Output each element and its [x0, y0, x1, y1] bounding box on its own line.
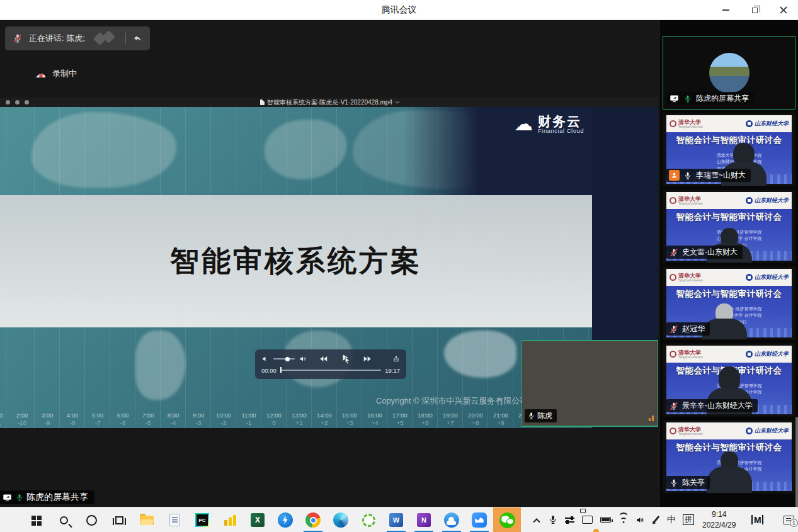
power-bi-icon[interactable]: [216, 507, 244, 532]
presenter-camera-tile[interactable]: 陈虎: [522, 340, 658, 427]
participant-label: 李瑞雪~山财大: [666, 169, 751, 182]
tray-ink-pen-icon[interactable]: [648, 507, 663, 532]
timezone-cell: 5:00 -7: [85, 412, 110, 426]
sdufe-logo-icon: [746, 120, 753, 127]
taskbar-clock[interactable]: 9:14 2022/4/29: [697, 507, 741, 532]
tray-battery-icon[interactable]: [596, 507, 615, 532]
meeting-canvas: 正在讲话: 陈虎; ☁ 录制中 智能审核系统方案-陈虎总-V1-20220428…: [0, 20, 660, 507]
seek-bar[interactable]: [280, 370, 381, 371]
volume-high-icon[interactable]: [299, 355, 307, 363]
close-button[interactable]: [769, 0, 798, 20]
timezone-cell: 8:00 -4: [161, 412, 186, 426]
sidebar-scrollbar[interactable]: [795, 417, 798, 508]
search-button[interactable]: [50, 507, 77, 532]
timezone-cell: 14:00 +2: [312, 412, 337, 426]
mic-icon: [683, 94, 693, 104]
brand-name-en: Financial Cloud: [538, 128, 584, 134]
timezone-cell: 6:00 -6: [110, 412, 135, 426]
edge-icon[interactable]: [327, 507, 355, 532]
onenote-icon[interactable]: [410, 507, 438, 532]
cloud-browser-icon[interactable]: [438, 507, 465, 532]
timezone-cell: 16:00 +4: [362, 412, 387, 426]
window-title: 腾讯会议: [382, 4, 417, 16]
mic-icon: [683, 171, 693, 181]
mic-icon: [669, 478, 679, 488]
shared-screen: 智能审核系统方案-陈虎总-V1-20220428.mp4 智能审核系统方案: [0, 98, 658, 428]
word-icon[interactable]: [382, 507, 410, 532]
tray-mic-icon[interactable]: [545, 507, 561, 532]
minimize-button[interactable]: [711, 0, 740, 20]
sdufe-logo-icon: [746, 427, 753, 434]
participant-tile[interactable]: 清华大学 Tsinghua University 山东财经大学 智能会计与智能审…: [663, 36, 795, 110]
start-button[interactable]: [22, 507, 50, 532]
mic-icon: [669, 401, 679, 411]
excel-icon[interactable]: [244, 507, 271, 532]
timezone-cell: 13:00 +1: [287, 412, 312, 426]
notepad-icon[interactable]: [161, 507, 188, 532]
mouse-cursor-icon: [343, 356, 351, 365]
taskbar-apps: [22, 507, 521, 532]
pycharm-icon[interactable]: [188, 507, 216, 532]
volume-slider[interactable]: [273, 358, 295, 359]
video-player-controls[interactable]: 00:00 19:17: [255, 349, 406, 379]
restore-icon: [752, 8, 758, 13]
speaking-status-pill[interactable]: 正在讲话: 陈虎;: [5, 26, 150, 50]
sdufe-logo-icon: [746, 351, 753, 358]
participant-name: 陈关亭: [682, 477, 705, 488]
screen-share-banner[interactable]: 陈虎的屏幕共享: [0, 490, 94, 504]
task-view-button[interactable]: [105, 507, 133, 532]
restore-button[interactable]: [740, 0, 769, 20]
duration: 19:17: [385, 367, 400, 374]
tray-cast-icon[interactable]: [578, 507, 596, 532]
presenter-label: 陈虎: [525, 409, 557, 422]
tray-mixer-icon[interactable]: [561, 507, 578, 532]
window-titlebar[interactable]: 腾讯会议: [0, 0, 798, 20]
chrome-icon[interactable]: [299, 507, 327, 532]
tray-expand-button[interactable]: [528, 507, 545, 532]
meeting-watermark-icon: [91, 31, 119, 45]
wechat-icon[interactable]: [493, 507, 521, 532]
reply-arrow-icon[interactable]: [132, 33, 142, 43]
rewind-button[interactable]: [319, 354, 328, 363]
ime-language-button[interactable]: 中: [663, 507, 680, 532]
tray-wifi-icon[interactable]: [615, 507, 632, 532]
member-badge-icon: [669, 170, 680, 181]
timezone-cell: 11:00 -1: [236, 412, 261, 426]
presentation-slide: 智能审核系统方案 ☁ 财务云 Financial Cloud: [0, 107, 658, 428]
participant-tile[interactable]: 清华大学 Tsinghua University 山东财经大学 智能会计与智能审…: [663, 343, 795, 417]
ime-pinyin-button[interactable]: 拼: [680, 507, 697, 532]
participant-tile[interactable]: 清华大学 Tsinghua University 山东财经大学 智能会计与智能审…: [663, 190, 795, 263]
tencent-meeting-icon[interactable]: [465, 507, 493, 532]
tsinghua-logo-icon: [670, 197, 676, 204]
file-explorer-icon[interactable]: [133, 507, 161, 532]
recording-indicator[interactable]: ☁ 录制中: [35, 68, 77, 79]
sdufe-logo-icon: [746, 274, 753, 281]
notification-center-button[interactable]: 1: [773, 507, 798, 532]
participant-tile[interactable]: 清华大学 Tsinghua University 山东财经大学 智能会计与智能审…: [663, 420, 795, 494]
avatar: [709, 53, 750, 93]
mindmaster-icon[interactable]: M: [741, 507, 773, 532]
seminar-header: 清华大学 Tsinghua University 山东财经大学: [666, 115, 792, 132]
ring-app-icon[interactable]: [355, 507, 382, 532]
speaking-label: 正在讲话: 陈虎;: [29, 33, 85, 44]
tray-volume-icon[interactable]: [632, 507, 648, 532]
divider: [125, 33, 126, 44]
participant-tile[interactable]: 清华大学 Tsinghua University 山东财经大学 智能会计与智能审…: [663, 266, 795, 340]
participant-tile[interactable]: 清华大学 Tsinghua University 山东财经大学 智能会计与智能审…: [663, 113, 795, 186]
muted-mic-icon: [13, 33, 23, 43]
mac-traffic-lights-icon: [6, 100, 29, 105]
participant-label: 史文雷-山东财大: [666, 246, 743, 259]
presenter-name: 陈虎: [537, 410, 552, 421]
sdufe-logo-icon: [746, 197, 753, 204]
participant-silhouette: [707, 451, 752, 493]
fast-forward-button[interactable]: [363, 354, 372, 363]
timezone-cell: 9:00 -3: [186, 412, 211, 426]
export-button[interactable]: [392, 355, 400, 363]
participant-label: 景辛辛-山东财经大学: [666, 399, 758, 412]
chevron-up-icon: [533, 518, 540, 525]
seminar-banner: 智能会计与智能审计研讨会: [666, 212, 792, 223]
screen-share-banner-label: 陈虎的屏幕共享: [26, 492, 88, 503]
volume-low-icon[interactable]: [261, 355, 269, 363]
thunder-icon[interactable]: [271, 507, 299, 532]
cortana-button[interactable]: [77, 507, 105, 532]
